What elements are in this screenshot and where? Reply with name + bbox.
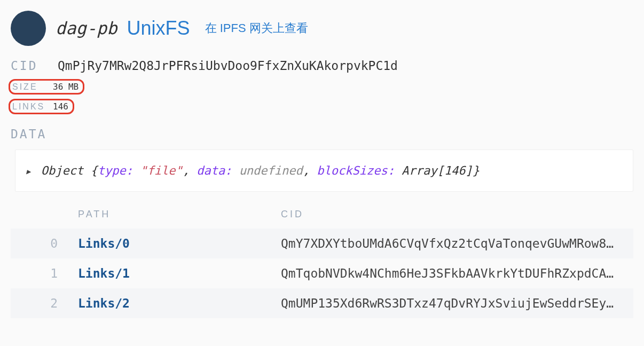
cid-label: CID bbox=[11, 59, 58, 73]
links-row-highlighted: LINKS 146 bbox=[9, 99, 74, 114]
links-table: PATH CID 0 Links/0 QmY7XDXYtboUMdA6CVqVf… bbox=[11, 203, 633, 318]
object-brace-open: { bbox=[90, 164, 97, 177]
links-label: LINKS bbox=[12, 102, 53, 112]
object-brace-close: } bbox=[473, 164, 480, 177]
size-value: 36 MB bbox=[53, 82, 78, 92]
object-key-type: type: bbox=[98, 164, 133, 177]
row-cid: QmTqobNVDkw4NChm6HeJ3SFkbAAVkrkYtDUFhRZx… bbox=[281, 266, 633, 280]
cid-row: CID QmPjRy7MRw2Q8JrPFRsiUbvDoo9FfxZnXuKA… bbox=[11, 59, 633, 73]
object-keyword: Object bbox=[41, 164, 83, 177]
row-path-link[interactable]: Links/2 bbox=[70, 296, 281, 310]
row-index: 1 bbox=[11, 266, 70, 280]
object-val-data: undefined bbox=[239, 164, 303, 177]
data-label-row: DATA bbox=[11, 127, 633, 141]
object-val-type: "file" bbox=[140, 164, 182, 177]
expand-arrow-icon[interactable]: ▶ bbox=[26, 167, 30, 176]
cid-value: QmPjRy7MRw2Q8JrPFRsiUbvDoo9FfxZnXuKAkorp… bbox=[58, 59, 398, 73]
row-path-link[interactable]: Links/0 bbox=[70, 237, 281, 250]
object-type-icon bbox=[11, 11, 46, 46]
row-index: 0 bbox=[11, 237, 70, 250]
row-index: 2 bbox=[11, 296, 70, 310]
links-value: 146 bbox=[53, 101, 68, 112]
filesystem-label: UnixFS bbox=[127, 17, 190, 40]
size-label: SIZE bbox=[12, 82, 53, 92]
table-row: 2 Links/2 QmUMP135Xd6RwRS3DTxz47qDvRYJxS… bbox=[11, 288, 633, 318]
table-header: PATH CID bbox=[11, 203, 633, 229]
col-cid-header: CID bbox=[281, 209, 633, 220]
object-val-blocksizes: Array[146] bbox=[402, 164, 472, 177]
object-key-data: data: bbox=[197, 164, 232, 177]
row-path-link[interactable]: Links/1 bbox=[70, 266, 281, 280]
format-label: dag-pb bbox=[56, 18, 117, 38]
col-index-header bbox=[11, 209, 70, 220]
table-row: 1 Links/1 QmTqobNVDkw4NChm6HeJ3SFkbAAVkr… bbox=[11, 258, 633, 288]
size-row-highlighted: SIZE 36 MB bbox=[9, 79, 84, 95]
gateway-link[interactable]: 在 IPFS 网关上查看 bbox=[205, 20, 308, 36]
col-path-header: PATH bbox=[70, 209, 281, 220]
object-key-blocksizes: blockSizes: bbox=[317, 164, 395, 177]
object-inspector-panel: ▶ Object {type: "file", data: undefined,… bbox=[15, 150, 633, 192]
object-header: dag-pb UnixFS 在 IPFS 网关上查看 bbox=[11, 11, 633, 46]
table-row: 0 Links/0 QmY7XDXYtboUMdA6CVqVfxQz2tCqVa… bbox=[11, 229, 633, 258]
row-cid: QmY7XDXYtboUMdA6CVqVfxQz2tCqVaTonqevGUwM… bbox=[281, 237, 633, 250]
row-cid: QmUMP135Xd6RwRS3DTxz47qDvRYJxSviujEwSedd… bbox=[281, 296, 633, 310]
data-label: DATA bbox=[11, 127, 58, 141]
